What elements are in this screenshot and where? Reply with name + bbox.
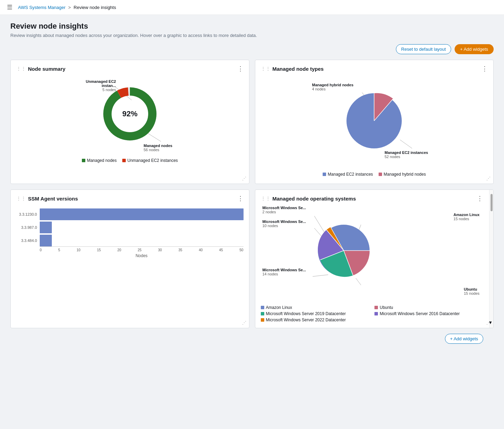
managed-callout-label: Managed nodes [144,144,189,148]
bar-track-1 [40,208,244,220]
legend-ms2022-label: Microsoft Windows Server 2022 Datacenter [266,318,346,322]
os-ms10-count: 10 nodes [263,224,306,228]
page-subtitle: Review insights about managed nodes acro… [10,33,494,38]
ec2-callout-count: 52 nodes [384,155,436,159]
ssm-agent-menu[interactable]: ⋮ [237,195,244,202]
legend-ms2019: Microsoft Windows Server 2019 Datacenter [261,311,369,316]
managed-node-types-header: ⋮⋮ Managed node types ⋮ [261,66,488,72]
legend-hybrid: Managed hybrid nodes [379,172,426,177]
add-widgets-button-top[interactable]: + Add widgets [455,44,494,54]
legend-managed: Managed nodes [82,158,117,163]
node-summary-header: ⋮⋮ Node summary ⋮ [16,66,244,72]
menu-icon[interactable]: ☰ [7,3,12,11]
x-tick-5: 5 [58,248,60,252]
drag-icon-2[interactable]: ⋮⋮ [261,66,270,71]
legend-unmanaged-dot [122,159,126,162]
managed-node-types-chart: Managed hybrid nodes 4 nodes Managed EC2… [261,76,488,178]
managed-os-legend: Amazon Linux Ubuntu Microsoft Windows Se… [261,305,483,322]
bar-chart-area: 3.3.1230.0 3.3.987.0 3.3.484 [16,208,244,246]
managed-node-types-menu[interactable]: ⋮ [482,66,488,72]
node-summary-title: Node summary [28,66,65,72]
reset-layout-button[interactable]: Reset to default layout [396,44,451,54]
node-summary-title-wrap: ⋮⋮ Node summary [16,66,65,72]
legend-ubuntu-label: Ubuntu [380,305,393,310]
drag-icon[interactable]: ⋮⋮ [16,66,26,71]
ssm-agent-versions-widget: ⋮⋮ SSM Agent versions ⋮ 3.3.1230.0 [10,189,249,328]
ssm-agent-title: SSM Agent versions [28,196,78,202]
legend-ms2016: Microsoft Windows Server 2016 Datacenter [374,311,483,316]
hybrid-callout-label: Managed hybrid nodes [312,83,364,87]
managed-os-menu[interactable]: ⋮ [477,195,483,202]
os-ms14-label: Microsoft Windows Se... [263,268,306,272]
legend-ubuntu-dot [374,306,378,309]
x-tick-0: 0 [40,248,42,252]
x-tick-10: 10 [77,248,80,252]
bottom-toolbar: + Add widgets [10,328,494,349]
x-tick-15: 15 [97,248,101,252]
node-summary-chart: Unmanaged EC2 instan... 5 nodes [16,76,244,164]
dashboard-grid: ⋮⋮ Node summary ⋮ Unmanaged EC2 instan..… [10,60,494,328]
toolbar: Reset to default layout + Add widgets [10,44,494,54]
os-ms2-label: Microsoft Windows Se... [263,206,306,210]
resize-icon-2[interactable]: ⋰ [486,176,491,181]
main-content: Review node insights Review insights abo… [0,15,504,429]
ssm-agent-chart: 3.3.1230.0 3.3.987.0 3.3.484 [16,206,244,261]
managed-os-chart: Microsoft Windows Se... 2 nodes Microsof… [261,206,483,302]
legend-hybrid-label: Managed hybrid nodes [384,172,426,177]
bar-label-1: 3.3.1230.0 [16,212,37,216]
x-axis-label: Nodes [40,253,244,258]
add-widgets-button-bottom[interactable]: + Add widgets [445,334,483,344]
os-pie-svg [316,223,371,278]
x-tick-40: 40 [199,248,202,252]
os-ms2-count: 2 nodes [263,210,306,214]
managed-node-types-title: Managed node types [273,66,324,72]
managed-node-types-title-wrap: ⋮⋮ Managed node types [261,66,324,72]
legend-ms2016-label: Microsoft Windows Server 2016 Datacenter [380,311,459,316]
legend-amazon: Amazon Linux [261,305,369,310]
legend-ms2022: Microsoft Windows Server 2022 Datacenter [261,318,369,322]
legend-unmanaged: Unmanaged EC2 instances [122,158,178,163]
current-page-label: Review node insights [74,5,116,10]
drag-icon-3[interactable]: ⋮⋮ [16,196,26,201]
page-title: Review node insights [10,22,494,31]
x-tick-35: 35 [178,248,182,252]
scrollbar[interactable]: ▼ [489,190,493,328]
resize-icon[interactable]: ⋰ [242,176,246,181]
resize-icon-4[interactable]: ⋰ [486,320,491,325]
x-tick-45: 45 [219,248,223,252]
bar-row-1: 3.3.1230.0 [16,208,244,220]
legend-ubuntu: Ubuntu [374,305,483,310]
legend-ms2016-dot [374,312,378,315]
managed-node-types-widget: ⋮⋮ Managed node types ⋮ Managed hybrid n… [255,60,494,184]
legend-managed-dot [82,159,85,162]
legend-ms2019-dot [261,312,264,315]
os-ms10-label: Microsoft Windows Se... [263,220,306,224]
legend-ec2: Managed EC2 instances [323,172,373,177]
resize-icon-3[interactable]: ⋰ [242,320,246,325]
legend-amazon-dot [261,306,264,309]
drag-icon-4[interactable]: ⋮⋮ [261,196,270,201]
bar-track-2 [40,222,244,233]
donut-percent: 92% [122,109,137,118]
bar-row-3: 3.3.484.0 [16,235,244,246]
legend-ms2022-dot [261,318,264,322]
legend-ms2019-label: Microsoft Windows Server 2019 Datacenter [266,311,346,316]
x-tick-30: 30 [158,248,162,252]
bar-label-2: 3.3.987.0 [16,225,37,230]
app-nav-link[interactable]: AWS Systems Manager [18,5,66,10]
x-tick-50: 50 [239,248,243,252]
x-tick-25: 25 [138,248,142,252]
managed-os-title: Managed node operating systems [273,196,356,202]
os-amazon-label: Amazon Linux [454,213,479,217]
managed-node-types-legend: Managed EC2 instances Managed hybrid nod… [323,172,426,177]
bar-fill-1 [40,208,244,220]
legend-unmanaged-label: Unmanaged EC2 instances [127,158,178,163]
legend-managed-label: Managed nodes [87,158,117,163]
legend-hybrid-dot [379,173,382,176]
legend-amazon-label: Amazon Linux [266,305,292,310]
node-summary-widget: ⋮⋮ Node summary ⋮ Unmanaged EC2 instan..… [10,60,249,184]
legend-ec2-dot [323,173,326,176]
bar-row-2: 3.3.987.0 [16,222,244,233]
os-ms14-count: 14 nodes [263,272,306,276]
node-summary-menu[interactable]: ⋮ [237,66,244,72]
